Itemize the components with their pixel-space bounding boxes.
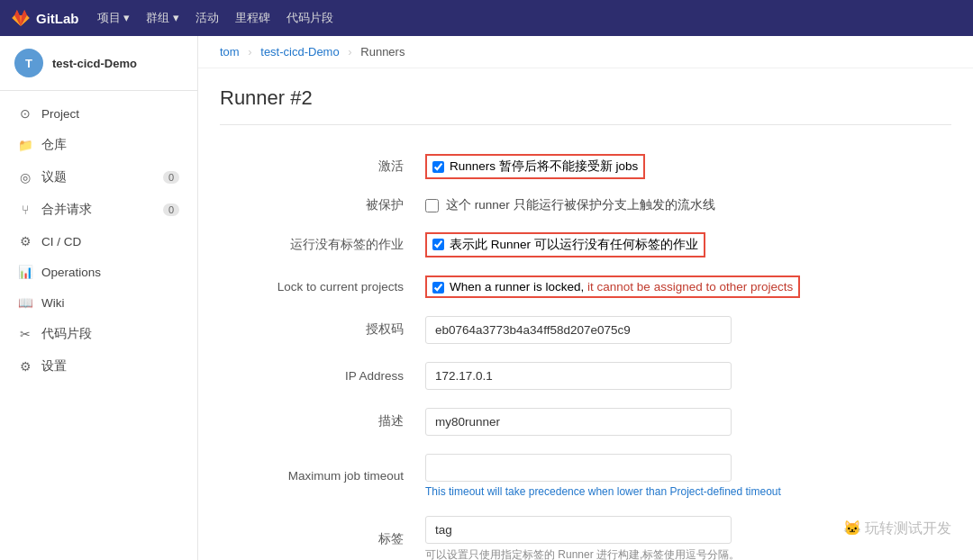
timeout-input[interactable] [425,454,732,482]
tag-value-cell: 可以设置只使用指定标签的 Runner 进行构建,标签使用逗号分隔。 [418,507,951,560]
breadcrumb-current: Runners [360,45,405,59]
sidebar-item-settings[interactable]: ⚙ 设置 [0,350,197,383]
sidebar: T test-cicd-Demo ⊙ Project 📁 仓库 ◎ 议题 0 ⑂… [0,36,198,560]
untagged-label: 运行没有标签的作业 [220,223,418,266]
ip-input[interactable] [425,362,732,390]
lock-value: When a runner is locked, it cannot be as… [418,266,951,307]
activate-label: 激活 [220,145,418,188]
menu-milestones[interactable]: 里程碑 [235,10,270,26]
protected-value: 这个 runner 只能运行被保护分支上触发的流水线 [418,188,951,223]
token-label: 授权码 [220,307,418,353]
lock-row: Lock to current projects When a runner i… [220,266,951,307]
main-content: tom › test-cicd-Demo › Runners Runner #2… [198,36,973,560]
tag-row: 标签 可以设置只使用指定标签的 Runner 进行构建,标签使用逗号分隔。 [220,507,951,560]
breadcrumb-sep-2: › [348,45,351,59]
project-name: test-cicd-Demo [52,57,137,70]
lock-text: When a runner is locked, it cannot be as… [450,280,793,294]
untagged-text: 表示此 Runner 可以运行没有任何标签的作业 [450,237,698,253]
breadcrumb-sep-1: › [248,45,251,59]
menu-groups[interactable]: 群组 ▾ [146,10,179,26]
timeout-row: Maximum job timeout This timeout will ta… [220,445,951,507]
merge-badge: 0 [163,203,179,216]
untagged-checkbox[interactable] [432,239,444,250]
untagged-highlight-box: 表示此 Runner 可以运行没有任何标签的作业 [425,232,705,257]
menu-projects[interactable]: 项目 ▾ [97,10,131,26]
sidebar-item-project[interactable]: ⊙ Project [0,98,197,129]
protected-row: 被保护 这个 runner 只能运行被保护分支上触发的流水线 [220,188,951,223]
ip-value-cell [418,353,951,399]
activate-value: Runners 暂停后将不能接受新 jobs [418,145,951,188]
token-row: 授权码 [220,307,951,353]
snippets-icon: ✂ [18,327,32,341]
sidebar-item-merge[interactable]: ⑂ 合并请求 0 [0,194,197,226]
topnav-menu: 项目 ▾ 群组 ▾ 活动 里程碑 代码片段 [97,10,333,26]
wiki-icon: 📖 [18,295,32,310]
tag-label: 标签 [220,507,418,560]
ip-label: IP Address [220,353,418,399]
issues-badge: 0 [163,171,179,184]
desc-row: 描述 [220,399,951,445]
activate-row: 激活 Runners 暂停后将不能接受新 jobs [220,145,951,188]
settings-icon: ⚙ [18,359,32,374]
operations-icon: 📊 [18,265,32,279]
lock-label: Lock to current projects [220,266,418,307]
breadcrumb-project[interactable]: test-cicd-Demo [260,45,339,59]
desc-input[interactable] [425,408,732,436]
sidebar-nav: ⊙ Project 📁 仓库 ◎ 议题 0 ⑂ 合并请求 0 ⚙ CI / CD [0,91,197,390]
protected-label: 被保护 [220,188,418,223]
tag-input[interactable] [425,516,732,544]
tag-help: 可以设置只使用指定标签的 Runner 进行构建,标签使用逗号分隔。 [425,547,944,560]
protected-text: 这个 runner 只能运行被保护分支上触发的流水线 [446,197,715,214]
untagged-row: 运行没有标签的作业 表示此 Runner 可以运行没有任何标签的作业 [220,223,951,266]
timeout-label: Maximum job timeout [220,445,418,507]
top-navigation: GitLab 项目 ▾ 群组 ▾ 活动 里程碑 代码片段 [0,0,973,36]
lock-text-red: it cannot be assigned to other projects [587,280,793,294]
page-title: Runner #2 [220,86,951,125]
gitlab-logo[interactable]: GitLab [11,8,79,28]
sidebar-item-operations[interactable]: 📊 Operations [0,257,197,287]
menu-activity[interactable]: 活动 [196,10,219,26]
repo-icon: 📁 [18,138,32,152]
project-header[interactable]: T test-cicd-Demo [0,36,197,91]
breadcrumb-tom[interactable]: tom [220,45,240,59]
lock-checkbox[interactable] [432,282,444,294]
merge-icon: ⑂ [18,203,32,217]
cicd-icon: ⚙ [18,234,32,248]
desc-value-cell [418,399,951,445]
protected-checkbox[interactable] [425,199,439,212]
issues-icon: ◎ [18,170,32,185]
timeout-help: This timeout will take precedence when l… [425,485,944,498]
menu-snippets[interactable]: 代码片段 [286,10,333,26]
sidebar-item-issues[interactable]: ◎ 议题 0 [0,161,197,194]
project-icon: ⊙ [18,106,32,121]
untagged-value: 表示此 Runner 可以运行没有任何标签的作业 [418,223,951,266]
timeout-value-cell: This timeout will take precedence when l… [418,445,951,507]
activate-text: Runners 暂停后将不能接受新 jobs [450,158,638,175]
sidebar-item-repo[interactable]: 📁 仓库 [0,129,197,161]
activate-highlight-box: Runners 暂停后将不能接受新 jobs [425,154,645,179]
token-value-cell [418,307,951,353]
activate-checkbox[interactable] [432,161,444,173]
sidebar-item-snippets[interactable]: ✂ 代码片段 [0,318,197,350]
breadcrumb: tom › test-cicd-Demo › Runners [198,36,973,68]
ip-row: IP Address [220,353,951,399]
token-input[interactable] [425,316,732,344]
sidebar-item-wiki[interactable]: 📖 Wiki [0,287,197,318]
runner-form: 激活 Runners 暂停后将不能接受新 jobs 被保护 [220,145,951,560]
sidebar-item-cicd[interactable]: ⚙ CI / CD [0,226,197,257]
protected-checkbox-row: 这个 runner 只能运行被保护分支上触发的流水线 [425,197,944,214]
lock-highlight-box: When a runner is locked, it cannot be as… [425,275,800,298]
avatar: T [14,49,43,77]
desc-label: 描述 [220,399,418,445]
